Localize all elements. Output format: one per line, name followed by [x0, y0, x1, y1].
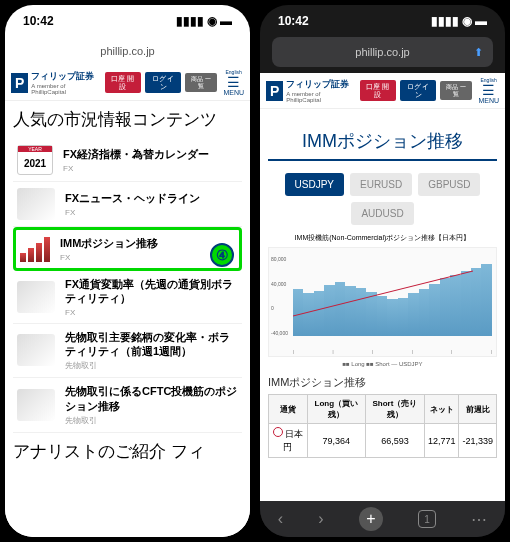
chart-icon: [17, 281, 55, 313]
login-button[interactable]: ログ イン: [400, 80, 436, 101]
currency-tabs: USDJPY EURUSD GBPUSD AUDUSD: [268, 173, 497, 225]
forward-icon[interactable]: ›: [318, 510, 323, 528]
section-title: 人気の市況情報コンテンツ: [13, 109, 242, 131]
y-axis: 80,00040,0000-40,000: [271, 256, 288, 336]
status-icons: ▮▮▮▮ ◉ ▬: [431, 14, 487, 28]
tab-usdjpy[interactable]: USDJPY: [285, 173, 344, 196]
list-item[interactable]: YEAR2021 FX経済指標・為替カレンダーFX: [13, 139, 242, 182]
list-item[interactable]: 先物取引主要銘柄の変化率・ボラティリティ（前週1週間）先物取引: [13, 324, 242, 379]
item-title: FX経済指標・為替カレンダー: [63, 147, 238, 161]
analyst-section: アナリストのご紹介 フィ: [13, 441, 242, 463]
logo[interactable]: P フィリップ証券A member of PhillipCapital: [266, 78, 352, 103]
page-title: IMMポジション推移: [268, 129, 497, 161]
step-badge: ④: [210, 243, 234, 267]
hamburger-icon: ☰: [223, 75, 244, 89]
logo-mark: P: [11, 73, 28, 93]
menu-button[interactable]: English ☰ MENU: [223, 69, 244, 96]
site-header: P フィリップ証券A member of PhillipCapital 口座 開…: [260, 73, 505, 109]
brand-sub: A member of PhillipCapital: [31, 83, 96, 95]
time: 10:42: [278, 14, 309, 28]
x-axis: ||||||: [293, 349, 492, 354]
list-item-highlighted[interactable]: IMMポジション推移FX: [13, 227, 242, 271]
share-icon[interactable]: ⬆: [474, 46, 483, 59]
calendar-icon: YEAR2021: [17, 145, 53, 175]
more-icon[interactable]: ⋯: [471, 510, 487, 529]
list-item[interactable]: FX通貨変動率（先週の通貨別ボラティリティ）FX: [13, 271, 242, 324]
tabs-icon[interactable]: 1: [418, 510, 436, 528]
site-header: P フィリップ証券 A member of PhillipCapital 口座 …: [5, 65, 250, 101]
status-icons: ▮▮▮▮ ◉ ▬: [176, 14, 232, 28]
chart-line: [293, 256, 505, 406]
wifi-icon: ◉: [207, 14, 217, 28]
signal-icon: ▮▮▮▮: [176, 14, 204, 28]
chart-icon: [17, 334, 55, 366]
tab-audusd[interactable]: AUDUSD: [351, 202, 413, 225]
content-left: 人気の市況情報コンテンツ YEAR2021 FX経済指標・為替カレンダーFX F…: [5, 101, 250, 537]
bar-chart-icon: [20, 236, 50, 262]
menu-button[interactable]: English☰MENU: [478, 77, 499, 104]
globe-icon: [17, 188, 55, 220]
tab-gbpusd[interactable]: GBPUSD: [418, 173, 480, 196]
browser-toolbar: ‹ › + 1 ⋯: [260, 501, 505, 537]
status-bar: 10:42 ▮▮▮▮ ◉ ▬: [260, 5, 505, 37]
jp-flag-icon: [273, 427, 283, 437]
url-text: phillip.co.jp: [355, 46, 409, 58]
open-account-button[interactable]: 口座 開設: [360, 80, 396, 101]
oil-icon: [17, 389, 55, 421]
content-right: IMMポジション推移 USDJPY EURUSD GBPUSD AUDUSD I…: [260, 109, 505, 466]
products-button[interactable]: 商品 一覧: [440, 81, 472, 100]
list-item[interactable]: 先物取引に係るCFTC投機筋のポジション推移先物取引: [13, 378, 242, 433]
login-button[interactable]: ログ イン: [145, 72, 181, 93]
logo[interactable]: P フィリップ証券 A member of PhillipCapital: [11, 70, 97, 95]
back-icon[interactable]: ‹: [278, 510, 283, 528]
battery-icon: ▬: [220, 14, 232, 28]
table-row: 日本円 79,364 66,593 12,771 -21,339: [269, 424, 497, 458]
url-bar[interactable]: phillip.co.jp: [5, 37, 250, 65]
url-bar[interactable]: phillip.co.jp ⬆: [272, 37, 493, 67]
open-account-button[interactable]: 口座 開設: [105, 72, 141, 93]
battery-icon: ▬: [475, 14, 487, 28]
url-text: phillip.co.jp: [100, 45, 154, 57]
imm-chart: 80,00040,0000-40,000 ||||||: [268, 247, 497, 357]
brand-name: フィリップ証券: [31, 70, 96, 83]
list-item[interactable]: FXニュース・ヘッドラインFX: [13, 182, 242, 227]
tab-eurusd[interactable]: EURUSD: [350, 173, 412, 196]
new-tab-icon[interactable]: +: [359, 507, 383, 531]
phone-left: 10:42 ▮▮▮▮ ◉ ▬ phillip.co.jp P フィリップ証券 A…: [5, 5, 250, 537]
status-bar: 10:42 ▮▮▮▮ ◉ ▬: [5, 5, 250, 37]
signal-icon: ▮▮▮▮: [431, 14, 459, 28]
time: 10:42: [23, 14, 54, 28]
chart-title: IMM投機筋(Non-Commercial)ポジション推移【日本円】: [268, 233, 497, 243]
phone-right: 10:42 ▮▮▮▮ ◉ ▬ phillip.co.jp ⬆ P フィリップ証券…: [260, 5, 505, 537]
products-button[interactable]: 商品 一覧: [185, 73, 217, 92]
wifi-icon: ◉: [462, 14, 472, 28]
